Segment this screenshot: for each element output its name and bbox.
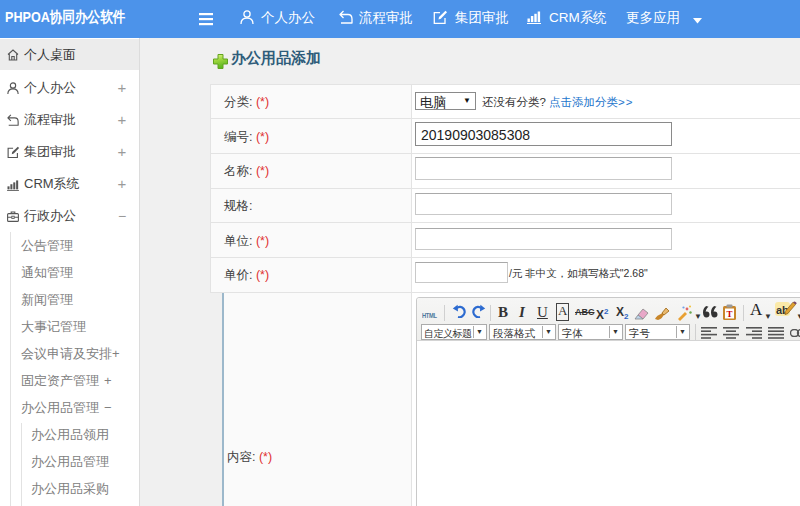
svg-text:T: T — [726, 309, 732, 319]
